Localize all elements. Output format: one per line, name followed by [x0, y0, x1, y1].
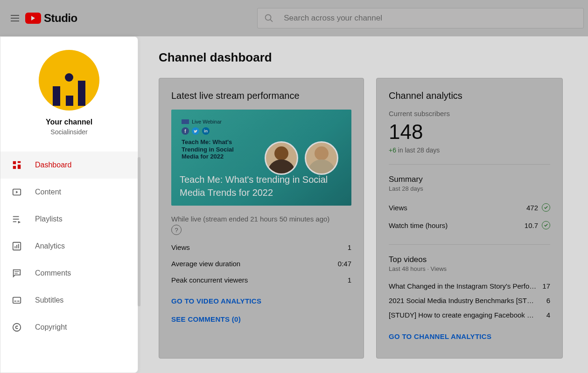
- content-icon: [11, 186, 23, 198]
- svg-rect-4: [18, 165, 21, 169]
- sidebar-item-subtitles[interactable]: Subtitles: [0, 287, 138, 314]
- sidebar-item-label: Subtitles: [35, 296, 63, 304]
- svg-rect-18: [17, 301, 20, 302]
- your-channel-label: Your channel: [46, 118, 92, 126]
- sidebar-nav: Dashboard Content Playlists Analytics Co…: [0, 152, 138, 341]
- sidebar: Your channel Socialinsider Dashboard Con…: [0, 36, 138, 373]
- channel-block: Your channel Socialinsider: [0, 37, 138, 146]
- svg-rect-17: [14, 301, 17, 302]
- sidebar-item-label: Playlists: [35, 215, 63, 223]
- svg-rect-2: [13, 161, 16, 164]
- sidebar-item-content[interactable]: Content: [0, 179, 138, 206]
- svg-rect-13: [18, 244, 19, 248]
- channel-avatar[interactable]: [39, 50, 99, 111]
- svg-rect-12: [16, 245, 17, 248]
- dashboard-icon: [11, 159, 23, 171]
- svg-rect-16: [13, 297, 21, 304]
- sidebar-item-comments[interactable]: Comments: [0, 260, 138, 287]
- sidebar-scrollbar[interactable]: [138, 157, 140, 306]
- sidebar-item-label: Dashboard: [35, 161, 71, 169]
- sidebar-item-label: Copyright: [35, 323, 67, 332]
- sidebar-item-label: Comments: [35, 269, 71, 277]
- analytics-icon: [11, 240, 23, 252]
- svg-rect-11: [14, 246, 15, 249]
- sidebar-item-playlists[interactable]: Playlists: [0, 206, 138, 233]
- svg-rect-3: [18, 161, 21, 163]
- sidebar-item-dashboard[interactable]: Dashboard: [0, 152, 138, 179]
- copyright-icon: [11, 321, 23, 333]
- sidebar-item-copyright[interactable]: Copyright: [0, 314, 138, 341]
- comments-icon: [11, 267, 23, 279]
- sidebar-item-label: Analytics: [35, 242, 65, 250]
- channel-name: Socialinsider: [50, 128, 87, 136]
- sidebar-item-analytics[interactable]: Analytics: [0, 233, 138, 260]
- svg-point-19: [13, 324, 21, 332]
- subtitles-icon: [11, 294, 23, 306]
- sidebar-item-label: Content: [35, 188, 61, 196]
- playlists-icon: [11, 213, 23, 225]
- svg-rect-5: [13, 166, 16, 169]
